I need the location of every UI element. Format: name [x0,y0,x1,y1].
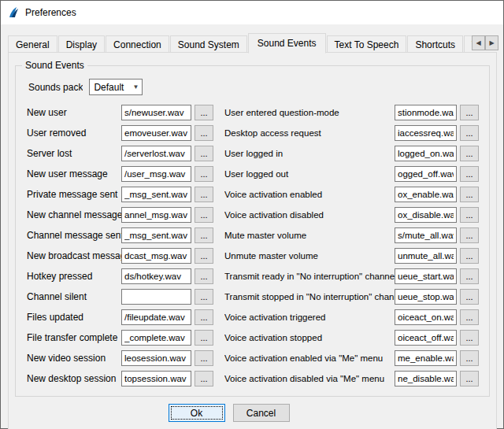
browse-button[interactable]: ... [460,268,479,284]
title-bar: Preferences [1,1,503,24]
sound-file-input[interactable] [395,248,457,264]
event-label: Voice activation disabled via "Me" menu [224,374,395,383]
browse-button[interactable]: ... [195,371,213,386]
row-voice-activation-enabled-me-menu: Voice activation enabled via "Me" menu .… [224,350,479,366]
sound-file-input[interactable] [121,187,191,202]
sound-file-input[interactable] [121,248,191,264]
row-hotkey-pressed: Hotkey pressed ... [27,268,213,284]
tab-shortcuts[interactable]: Shortcuts [407,35,463,53]
tab-connection[interactable]: Connection [106,35,169,53]
sounds-pack-select[interactable]: Default ▼ [89,79,143,95]
cancel-button[interactable]: Cancel [233,404,290,422]
sound-file-input[interactable] [395,227,457,243]
row-channel-message-sent: Channel message sent ... [27,227,213,243]
row-files-updated: Files updated ... [27,309,213,325]
sound-file-input[interactable] [121,125,191,141]
sound-file-input[interactable] [121,146,191,161]
sound-file-input[interactable] [395,371,457,386]
event-label: User logged in [224,149,395,158]
sound-file-input[interactable] [121,350,191,366]
sound-file-input[interactable] [121,268,191,284]
browse-button[interactable]: ... [195,166,213,182]
browse-button[interactable]: ... [460,187,479,202]
browse-button[interactable]: ... [195,268,213,284]
sound-file-input[interactable] [121,207,191,223]
sound-file-input[interactable] [121,227,191,243]
event-label: Transmit stopped in "No interruption" ch… [224,292,395,301]
row-private-message-sent: Private message sent ... [27,187,213,202]
sound-file-input[interactable] [121,330,191,346]
event-label: New desktop session [27,373,121,384]
browse-button[interactable]: ... [460,125,479,141]
row-transmit-ready: Transmit ready in "No interruption" chan… [224,268,479,284]
event-label: User removed [27,128,121,139]
tab-scroll-left-button[interactable]: ◀ [472,35,485,50]
event-label: Voice activation triggered [224,313,395,322]
browse-button[interactable]: ... [460,248,479,264]
sound-file-input[interactable] [395,309,457,325]
row-voice-activation-triggered: Voice activation triggered ... [224,309,479,325]
browse-button[interactable]: ... [195,350,213,366]
event-label: New user message [27,168,121,179]
sound-file-input[interactable] [395,207,457,223]
sound-file-input[interactable] [121,166,191,182]
row-new-user-message: New user message ... [27,166,213,182]
row-user-logged-in: User logged in ... [224,146,479,161]
sound-file-input[interactable] [395,268,457,284]
sounds-pack-row: Sounds pack Default ▼ [28,79,484,95]
row-user-removed: User removed ... [27,125,213,141]
tab-scroll-right-button[interactable]: ▶ [485,35,498,50]
ok-button[interactable]: Ok [169,404,225,422]
sound-file-input[interactable] [121,371,191,386]
tab-scrollers: ◀ ▶ [472,35,498,50]
sound-file-input[interactable] [395,330,457,346]
sound-file-input[interactable] [395,125,457,141]
row-file-transfer-complete: File transfer complete ... [27,330,213,346]
sound-file-input[interactable] [121,289,191,305]
tab-sound-system[interactable]: Sound System [170,35,247,53]
event-label: Hotkey pressed [27,271,121,282]
row-voice-activation-disabled-me-menu: Voice activation disabled via "Me" menu … [224,371,479,386]
browse-button[interactable]: ... [195,309,213,325]
event-label: Mute master volume [224,231,395,240]
tab-text-to-speech[interactable]: Text To Speech [327,35,407,53]
tab-general[interactable]: General [8,35,57,53]
browse-button[interactable]: ... [195,227,213,243]
browse-button[interactable]: ... [460,105,479,120]
browse-button[interactable]: ... [195,207,213,223]
browse-button[interactable]: ... [460,350,479,366]
tab-sound-events[interactable]: Sound Events [248,33,326,54]
sound-file-input[interactable] [395,105,457,120]
sound-file-input[interactable] [395,350,457,366]
browse-button[interactable]: ... [460,330,479,346]
sound-file-input[interactable] [395,166,457,182]
sound-file-input[interactable] [395,289,457,305]
browse-button[interactable]: ... [195,248,213,264]
sound-file-input[interactable] [395,187,457,202]
browse-button[interactable]: ... [460,227,479,243]
browse-button[interactable]: ... [460,309,479,325]
row-voice-activation-stopped: Voice activation stopped ... [224,330,479,346]
event-label: Server lost [27,148,121,159]
row-channel-silent: Channel silent ... [27,289,213,305]
browse-button[interactable]: ... [460,207,479,223]
browse-button[interactable]: ... [195,146,213,161]
tab-display[interactable]: Display [58,35,105,53]
event-label: Desktop access request [224,128,395,138]
dialog-buttons: Ok Cancel [15,397,443,425]
browse-button[interactable]: ... [195,105,213,120]
browse-button[interactable]: ... [460,289,479,305]
sound-file-input[interactable] [395,146,457,161]
sound-file-input[interactable] [121,309,191,325]
event-label: Voice activation disabled [224,210,395,220]
browse-button[interactable]: ... [195,330,213,346]
browse-button[interactable]: ... [460,146,479,161]
window-title: Preferences [25,7,76,18]
browse-button[interactable]: ... [460,371,479,386]
browse-button[interactable]: ... [195,187,213,202]
browse-button[interactable]: ... [195,125,213,141]
browse-button[interactable]: ... [460,166,479,182]
browse-button[interactable]: ... [195,289,213,305]
event-label: Channel silent [27,291,121,302]
sound-file-input[interactable] [121,105,191,120]
